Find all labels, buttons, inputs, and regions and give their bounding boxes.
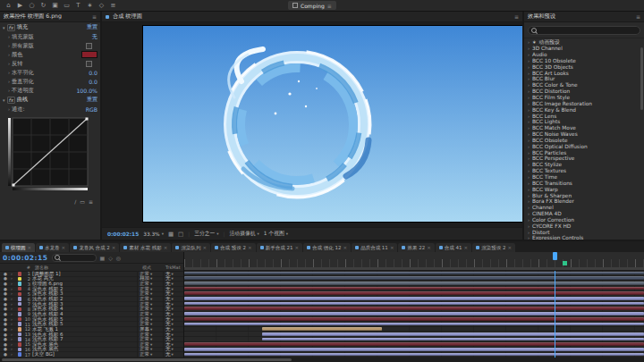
panel-menu-icon[interactable]: ≡	[636, 13, 640, 20]
layer-duration-bar[interactable]	[184, 297, 644, 300]
twirl-icon[interactable]: ›	[528, 230, 530, 235]
preset-category-item[interactable]: ›BCC Transitions	[524, 180, 644, 186]
twirl-icon[interactable]: ›	[528, 156, 530, 161]
timeline-tab[interactable]: 合成 强化 12×	[303, 243, 351, 252]
preset-category-item[interactable]: ›BCC Image Restoration	[524, 100, 644, 106]
scrollbar-thumb[interactable]	[2, 358, 292, 361]
layer-visibility-icon[interactable]: ●	[0, 347, 11, 351]
time-ruler[interactable]	[184, 252, 644, 271]
twirl-icon[interactable]: ›	[528, 114, 530, 119]
layer-duration-bar[interactable]	[184, 323, 644, 326]
twirl-icon[interactable]: ›	[528, 82, 530, 88]
curve-pencil-icon[interactable]: /	[74, 198, 76, 205]
layer-visibility-icon[interactable]: ●	[0, 302, 11, 307]
layer-label-chip[interactable]	[16, 322, 23, 326]
property-value[interactable]: 0.0	[89, 70, 97, 76]
timeline-tab[interactable]: 渲染预设 2×	[472, 243, 515, 252]
close-tab-icon[interactable]: ×	[112, 245, 116, 250]
twirl-icon[interactable]: ›	[528, 119, 530, 124]
effect-controls-tabbar[interactable]: 效果控件 纹理圆 6.png ≡	[0, 12, 100, 22]
curve-save-icon[interactable]: ≡	[89, 198, 93, 205]
layer-visibility-icon[interactable]: ●	[0, 337, 11, 341]
layer-duration-bar[interactable]	[184, 272, 644, 275]
close-tab-icon[interactable]: ×	[28, 245, 32, 250]
preset-category-item[interactable]: ›CINEMA 4D	[524, 211, 644, 217]
reset-link[interactable]: 重置	[87, 96, 97, 104]
selection-tool-icon[interactable]: ▶	[15, 0, 25, 11]
preset-category-item[interactable]: ›Color Correction	[524, 216, 644, 223]
zoom-control[interactable]: 33.3%▾	[143, 232, 164, 237]
preset-category-item[interactable]: ›Bora FX Blender	[524, 198, 644, 205]
layer-label-chip[interactable]	[16, 292, 23, 297]
preset-category-item[interactable]: ›BCC Textures	[524, 168, 644, 174]
preset-category-item[interactable]: ›Distort	[524, 229, 644, 235]
preset-category-item[interactable]: ›BCC Film Style	[524, 95, 644, 101]
twirl-icon[interactable]: ▾	[3, 97, 5, 103]
timeline-tab[interactable]: 素材 水花 残影×	[120, 243, 171, 252]
twirl-icon[interactable]: ›	[528, 125, 530, 130]
timeline-horizontal-scrollbar[interactable]	[0, 358, 644, 362]
layer-visibility-icon[interactable]: ●	[0, 312, 11, 316]
home-icon[interactable]: ⌂	[4, 0, 13, 11]
layer-visibility-icon[interactable]: ●	[0, 276, 11, 281]
mask-shape-tool-icon[interactable]: ▭	[62, 0, 72, 11]
current-time-display[interactable]: 0:00:02:15	[3, 254, 48, 262]
preset-category-item[interactable]: ›3D Channel	[524, 46, 644, 52]
preset-category-item[interactable]: ›BCC Blur	[524, 76, 644, 82]
composition-canvas[interactable]	[143, 26, 522, 222]
twirl-icon[interactable]: ›	[528, 131, 530, 137]
timeline-tab[interactable]: 效果 22×	[398, 243, 434, 252]
property-value[interactable]: 100.0%	[76, 88, 97, 94]
reset-link[interactable]: 重置	[87, 23, 97, 31]
preset-category-item[interactable]: ›BCC Optical Diffusion	[524, 143, 644, 149]
twirl-icon[interactable]: ›	[528, 223, 530, 229]
twirl-icon[interactable]: ›	[528, 58, 530, 63]
layer-visibility-icon[interactable]: ●	[0, 333, 11, 337]
twirl-icon[interactable]: ›	[528, 52, 530, 57]
twirl-icon[interactable]: ›	[528, 150, 530, 156]
close-tab-icon[interactable]: ×	[248, 245, 252, 250]
twirl-icon[interactable]: ›	[528, 39, 530, 45]
preset-category-item[interactable]: ›Audio	[524, 52, 644, 58]
property-checkbox[interactable]	[86, 43, 92, 49]
layer-duration-bar[interactable]	[184, 287, 644, 290]
layer-visibility-icon[interactable]: ●	[0, 307, 11, 311]
twirl-icon[interactable]: ›	[8, 88, 10, 93]
motion-blur-icon[interactable]: ◎	[116, 255, 121, 261]
timeline-tab[interactable]: 合成 预设 2×	[211, 243, 256, 252]
property-value[interactable]: RGB	[86, 106, 97, 113]
twirl-icon[interactable]: ›	[8, 106, 10, 112]
curve-open-icon[interactable]: ▭	[80, 198, 85, 205]
preset-category-item[interactable]: ›BCC Color & Tone	[524, 82, 644, 88]
layer-label-chip[interactable]	[16, 287, 23, 291]
panel-menu-icon[interactable]: ≡	[92, 13, 97, 20]
col-trkmat[interactable]: TrkMat	[165, 265, 183, 270]
preset-category-item[interactable]: ›BCC Obsolete	[524, 138, 644, 144]
twirl-icon[interactable]: ›	[528, 101, 530, 106]
preset-category-item[interactable]: ›BCC Lens	[524, 113, 644, 119]
preset-category-item[interactable]: ›BCC 3D Objects	[524, 63, 644, 70]
close-tab-icon[interactable]: ×	[427, 245, 431, 250]
layer-duration-bar[interactable]	[184, 348, 644, 351]
effect-header[interactable]: ▾fx曲线重置	[0, 95, 100, 105]
twirl-icon[interactable]: ›	[528, 174, 530, 180]
layer-duration-bar[interactable]	[184, 291, 644, 295]
current-time-indicator-line[interactable]	[555, 271, 555, 358]
composition-viewport[interactable]	[102, 22, 522, 227]
close-tab-icon[interactable]: ×	[164, 245, 168, 250]
property-value[interactable]: 0.0	[89, 79, 97, 85]
preset-category-item[interactable]: ›BCC Lights	[524, 119, 644, 125]
twirl-icon[interactable]: ›	[528, 168, 530, 173]
composition-tabbar[interactable]: 合成 纹理圆 ≡	[102, 12, 522, 22]
effects-presets-tabbar[interactable]: 效果和预设 ≡	[524, 12, 644, 22]
camera-control[interactable]: 活动摄像机▾	[230, 230, 259, 238]
close-tab-icon[interactable]: ×	[507, 245, 512, 250]
menu-icon[interactable]: ≡	[108, 0, 118, 11]
property-value[interactable]: 无	[92, 33, 97, 41]
layer-visibility-icon[interactable]: ●	[0, 272, 11, 276]
layer-visibility-icon[interactable]: ●	[0, 282, 11, 286]
color-swatch[interactable]	[81, 51, 97, 58]
twirl-icon[interactable]: ›	[528, 95, 530, 100]
twirl-icon[interactable]: ›	[528, 138, 530, 143]
twirl-icon[interactable]: ›	[528, 235, 530, 240]
